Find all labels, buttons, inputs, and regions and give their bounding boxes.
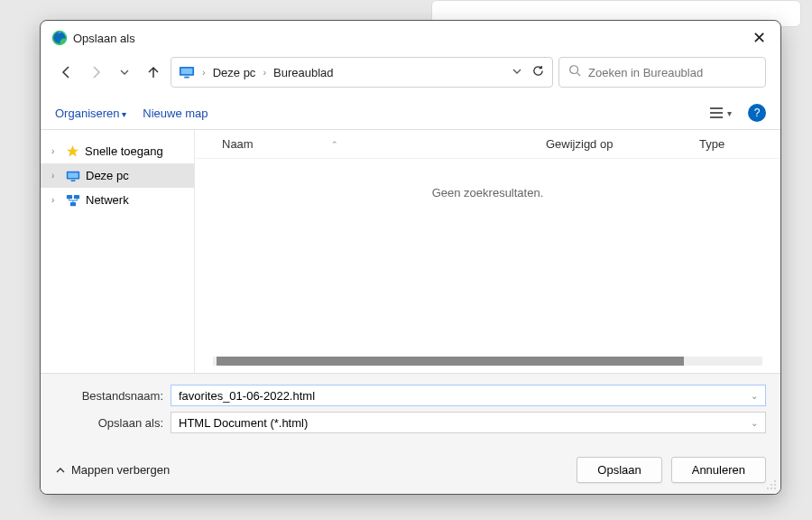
titlebar: Opslaan als ✕ [41, 21, 780, 51]
sort-arrow-icon: ⌃ [331, 140, 338, 149]
chevron-right-icon: › [51, 146, 60, 156]
up-button[interactable] [142, 60, 165, 84]
svg-rect-14 [70, 201, 76, 205]
back-button[interactable] [55, 60, 78, 84]
form-area: Bestandsnaam: ⌄ Opslaan als: HTML Docume… [41, 373, 780, 448]
svg-rect-12 [67, 194, 72, 198]
dialog-title: Opslaan als [73, 32, 135, 45]
save-button[interactable]: Opslaan [577, 457, 661, 483]
monitor-icon [66, 171, 80, 181]
chevron-down-icon[interactable]: ⌄ [751, 391, 758, 401]
cancel-button[interactable]: Annuleren [671, 457, 766, 483]
resize-grip-icon[interactable] [766, 479, 777, 490]
tree-item-this-pc[interactable]: › Deze pc [41, 163, 194, 188]
search-input[interactable] [588, 66, 756, 79]
tree-item-label: Netwerk [86, 193, 129, 207]
horizontal-scrollbar[interactable] [213, 357, 762, 366]
tree-item-network[interactable]: › Netwerk [41, 188, 194, 212]
svg-point-18 [767, 488, 769, 489]
save-as-type-value: HTML Document (*.html) [179, 416, 308, 430]
svg-point-19 [770, 488, 772, 489]
breadcrumb-separator-icon: › [202, 67, 206, 78]
chevron-up-icon [55, 465, 66, 476]
svg-line-5 [577, 73, 581, 77]
view-mode-button[interactable]: ▾ [709, 107, 732, 119]
search-box[interactable] [558, 57, 766, 88]
tree-item-label: Deze pc [86, 169, 129, 182]
column-headers: Naam ⌃ Gewijzigd op Type [195, 130, 780, 159]
column-header-modified[interactable]: Gewijzigd op [546, 137, 699, 151]
save-as-type-combobox[interactable]: HTML Document (*.html) ⌄ [171, 412, 766, 433]
chevron-right-icon: › [51, 195, 60, 205]
footer: Mappen verbergen Opslaan Annuleren [41, 448, 780, 494]
filename-input[interactable] [179, 389, 758, 403]
edge-icon [51, 30, 68, 46]
breadcrumb-separator-icon: › [263, 67, 266, 78]
svg-rect-11 [71, 180, 76, 181]
svg-point-17 [774, 484, 776, 486]
column-header-type[interactable]: Type [699, 137, 771, 151]
svg-rect-2 [181, 69, 193, 74]
this-pc-icon [179, 66, 195, 79]
save-as-type-label: Opslaan als: [55, 416, 163, 430]
tree-item-quick-access[interactable]: › Snelle toegang [41, 139, 194, 163]
star-icon [66, 144, 79, 158]
dialog-body: › Snelle toegang › Deze pc › Netwerk [41, 130, 780, 373]
navigation-tree: › Snelle toegang › Deze pc › Netwerk [41, 130, 194, 373]
filename-label: Bestandsnaam: [55, 389, 163, 403]
new-folder-button[interactable]: Nieuwe map [143, 107, 208, 120]
network-icon [66, 194, 80, 207]
tree-item-label: Snelle toegang [85, 144, 163, 158]
svg-rect-10 [68, 172, 78, 178]
organize-menu[interactable]: Organiseren [55, 107, 126, 120]
close-button[interactable]: ✕ [749, 28, 770, 48]
recent-locations-button[interactable] [113, 60, 136, 84]
file-list-pane: Naam ⌃ Gewijzigd op Type Geen zoekresult… [194, 130, 780, 373]
filename-combobox[interactable]: ⌄ [171, 385, 766, 406]
column-header-name[interactable]: Naam ⌃ [222, 137, 546, 151]
hide-folders-toggle[interactable]: Mappen verbergen [55, 463, 170, 477]
empty-results-message: Geen zoekresultaten. [195, 186, 780, 200]
chevron-right-icon: › [51, 171, 60, 181]
address-dropdown-button[interactable] [512, 64, 522, 80]
breadcrumb-desktop[interactable]: Bureaublad [273, 66, 334, 79]
help-button[interactable]: ? [748, 104, 766, 122]
toolbar: Organiseren Nieuwe map ▾ ? [41, 97, 780, 130]
chevron-down-icon[interactable]: ⌄ [751, 418, 758, 428]
scrollbar-thumb[interactable] [217, 357, 684, 366]
refresh-button[interactable] [531, 64, 545, 81]
svg-rect-3 [184, 77, 189, 79]
save-as-dialog: Opslaan als ✕ › Deze pc › Bureaublad [40, 20, 781, 495]
svg-point-16 [770, 484, 772, 486]
search-icon [568, 64, 581, 80]
forward-button[interactable] [84, 60, 107, 84]
svg-rect-13 [74, 194, 79, 198]
svg-point-4 [570, 66, 578, 74]
nav-row: › Deze pc › Bureaublad [41, 51, 780, 97]
breadcrumb-this-pc[interactable]: Deze pc [213, 66, 256, 79]
svg-point-15 [774, 480, 776, 482]
address-bar[interactable]: › Deze pc › Bureaublad [171, 57, 553, 88]
svg-point-20 [774, 488, 776, 489]
